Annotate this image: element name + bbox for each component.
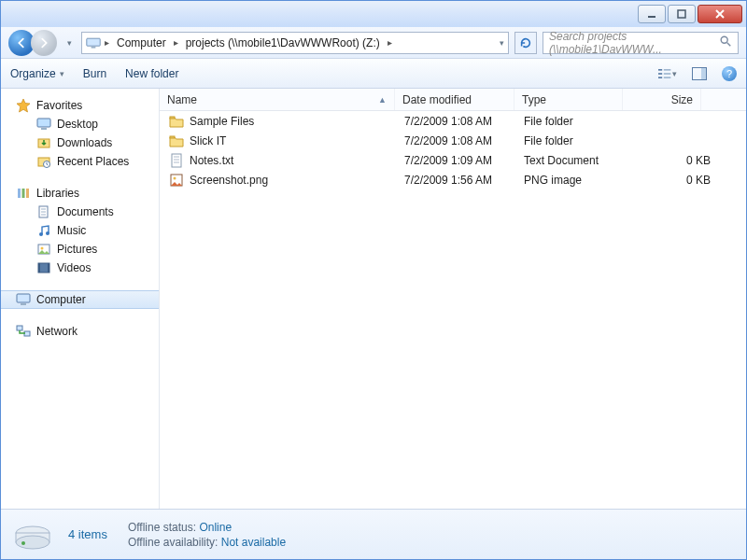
star-icon: [16, 98, 31, 113]
svg-rect-22: [22, 189, 25, 198]
svg-rect-9: [658, 73, 662, 75]
chevron-down-icon: ▾: [672, 69, 677, 78]
refresh-button[interactable]: [514, 32, 537, 54]
nav-computer[interactable]: Computer: [1, 290, 159, 309]
videos-icon: [36, 260, 51, 275]
svg-rect-35: [17, 294, 30, 302]
nav-label: Network: [36, 325, 78, 338]
svg-point-29: [46, 231, 49, 235]
svg-rect-5: [92, 47, 96, 49]
nav-pictures[interactable]: Pictures: [1, 240, 159, 259]
network-icon: [16, 324, 31, 339]
svg-rect-10: [658, 77, 662, 78]
help-button[interactable]: ?: [722, 66, 737, 81]
nav-label: Videos: [57, 261, 91, 274]
command-bar: Organize ▾ Burn New folder ▾ ?: [1, 59, 746, 89]
file-size: 0 KB: [632, 154, 711, 167]
svg-point-46: [174, 176, 176, 179]
svg-point-6: [721, 36, 727, 43]
breadcrumb-arrow-icon[interactable]: ▸: [103, 37, 111, 48]
chevron-down-icon: ▾: [60, 69, 64, 78]
column-date[interactable]: Date modified: [395, 89, 514, 110]
breadcrumb-arrow-icon[interactable]: ▸: [386, 37, 394, 48]
nav-label: Pictures: [57, 243, 97, 256]
recent-icon: [36, 154, 51, 169]
nav-label: Favorites: [36, 99, 82, 112]
svg-rect-8: [658, 69, 662, 71]
computer-icon: [16, 292, 31, 307]
desktop-icon: [36, 117, 51, 132]
svg-rect-34: [48, 263, 49, 273]
svg-rect-12: [664, 73, 671, 75]
svg-rect-23: [26, 189, 29, 198]
svg-point-31: [41, 247, 44, 250]
column-size[interactable]: Size: [623, 89, 701, 110]
svg-rect-16: [37, 119, 50, 127]
minimize-button[interactable]: [638, 5, 666, 23]
navigation-pane: Favorites Desktop Downloads Recent Place…: [1, 89, 160, 509]
file-name: Notes.txt: [190, 154, 233, 167]
png-icon: [169, 173, 184, 188]
nav-desktop[interactable]: Desktop: [1, 115, 159, 133]
table-row[interactable]: Slick IT7/2/2009 1:08 AMFile folder: [160, 131, 746, 150]
table-row[interactable]: Sample Files7/2/2009 1:08 AMFile folder: [160, 111, 746, 131]
documents-icon: [36, 204, 51, 219]
nav-videos[interactable]: Videos: [1, 259, 159, 277]
navbar: ▾ ▸ Computer ▸ projects (\\mobile1\DavWW…: [1, 27, 746, 59]
maximize-button[interactable]: [668, 5, 696, 23]
address-dropdown[interactable]: ▾: [500, 38, 504, 48]
breadcrumb-arrow-icon[interactable]: ▸: [172, 37, 180, 48]
svg-point-28: [39, 232, 43, 236]
offline-status-value: Online: [199, 521, 232, 534]
breadcrumb-computer[interactable]: Computer: [113, 35, 170, 51]
item-count: 4 items: [68, 527, 107, 541]
file-type: File folder: [524, 134, 632, 147]
titlebar: [1, 1, 746, 27]
search-input[interactable]: Search projects (\\mobile1\DavWWW...: [543, 32, 739, 54]
nav-recent-places[interactable]: Recent Places: [1, 152, 159, 171]
table-row[interactable]: Screenshot.png7/2/2009 1:56 AMPNG image0…: [160, 170, 746, 189]
table-row[interactable]: Notes.txt7/2/2009 1:09 AMText Document0 …: [160, 150, 746, 170]
sort-asc-icon: ▲: [378, 95, 387, 105]
burn-button[interactable]: Burn: [83, 67, 106, 80]
computer-icon: [86, 35, 101, 50]
nav-buttons: [8, 30, 57, 56]
forward-button[interactable]: [31, 30, 57, 56]
nav-documents[interactable]: Documents: [1, 203, 159, 221]
downloads-icon: [36, 135, 51, 150]
search-icon: [719, 35, 732, 50]
svg-rect-21: [18, 189, 21, 198]
folder-icon: [169, 133, 184, 148]
file-type: Text Document: [524, 154, 632, 167]
nav-music[interactable]: Music: [1, 221, 159, 240]
svg-rect-41: [172, 154, 181, 167]
newfolder-button[interactable]: New folder: [125, 67, 178, 80]
column-name[interactable]: Name▲: [160, 89, 395, 110]
file-date: 7/2/2009 1:09 AM: [404, 154, 524, 167]
close-button[interactable]: [698, 5, 742, 23]
folder-icon: [169, 114, 184, 129]
nav-libraries[interactable]: Libraries: [1, 184, 159, 203]
organize-menu[interactable]: Organize ▾: [10, 67, 64, 80]
svg-rect-1: [678, 10, 685, 18]
drive-icon: [12, 518, 53, 552]
search-placeholder: Search projects (\\mobile1\DavWWW...: [549, 30, 719, 56]
address-bar[interactable]: ▸ Computer ▸ projects (\\mobile1\DavWWWR…: [81, 32, 509, 54]
svg-rect-39: [170, 117, 175, 119]
nav-favorites[interactable]: Favorites: [1, 96, 159, 115]
breadcrumb-path[interactable]: projects (\\mobile1\DavWWWRoot) (Z:): [182, 35, 384, 51]
file-rows: Sample Files7/2/2009 1:08 AMFile folderS…: [160, 111, 746, 509]
preview-pane-button[interactable]: [690, 64, 709, 83]
txt-icon: [169, 153, 184, 168]
file-size: 0 KB: [632, 174, 711, 187]
nav-downloads[interactable]: Downloads: [1, 133, 159, 152]
svg-rect-40: [170, 136, 175, 138]
view-options-button[interactable]: ▾: [658, 64, 677, 83]
nav-label: Music: [57, 224, 86, 237]
svg-rect-13: [664, 77, 671, 78]
nav-history-dropdown[interactable]: ▾: [63, 38, 76, 48]
explorer-window: ▾ ▸ Computer ▸ projects (\\mobile1\DavWW…: [0, 0, 747, 560]
svg-rect-36: [21, 303, 26, 305]
column-type[interactable]: Type: [514, 89, 623, 110]
nav-network[interactable]: Network: [1, 322, 159, 341]
